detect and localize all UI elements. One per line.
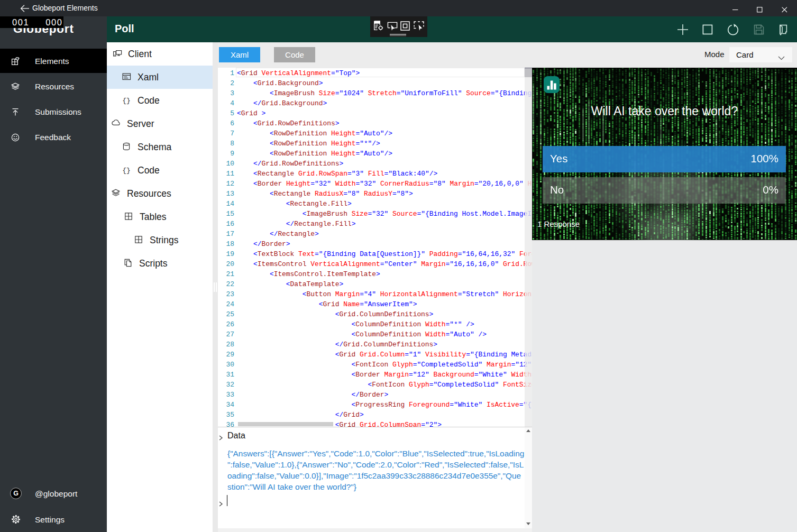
svg-text:{}: {} (122, 97, 131, 104)
svg-text:{}: {} (122, 167, 131, 174)
svg-text:G: G (13, 490, 19, 497)
